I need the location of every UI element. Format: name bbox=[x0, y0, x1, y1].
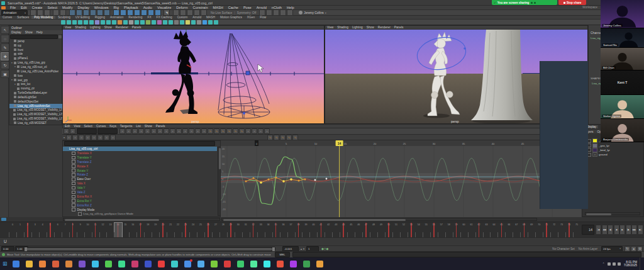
frame-all-icon[interactable]: ▫ bbox=[151, 128, 157, 134]
search-input[interactable] bbox=[10, 35, 58, 39]
key-dot[interactable] bbox=[298, 180, 300, 182]
tray-expand-icon[interactable]: ⌃ bbox=[602, 262, 604, 266]
time-ruler[interactable]: 0123456789101112131415161718192021222324… bbox=[9, 222, 580, 238]
shelf-tab-arnold[interactable]: Arnold bbox=[190, 16, 204, 19]
graph-channel-row[interactable]: Vala Y bbox=[63, 186, 217, 190]
motion-path-key[interactable] bbox=[246, 71, 250, 75]
shelf-icon-5[interactable] bbox=[84, 20, 88, 25]
shelf-tab-mash[interactable]: MASH bbox=[204, 16, 218, 19]
graph-search-input[interactable] bbox=[64, 141, 215, 146]
ipr-render-icon[interactable] bbox=[187, 9, 193, 16]
camera-icon[interactable] bbox=[534, 2, 536, 4]
render-icon[interactable] bbox=[180, 9, 186, 16]
shelf-tab-custom[interactable]: Custom bbox=[175, 16, 191, 19]
app-code[interactable] bbox=[145, 261, 152, 267]
light-editor-icon[interactable] bbox=[201, 9, 207, 16]
outliner-menu-help[interactable]: Help bbox=[35, 31, 45, 34]
lattice-deform-icon[interactable]: ▫ bbox=[66, 135, 72, 140]
retime-icon[interactable]: ▫ bbox=[79, 135, 84, 140]
app-chat[interactable] bbox=[303, 261, 310, 267]
absolute-view-icon[interactable]: ▫ bbox=[132, 128, 138, 134]
rig-control-point[interactable] bbox=[464, 47, 466, 50]
white-key-dot[interactable] bbox=[326, 178, 328, 180]
snap-curve-icon[interactable] bbox=[76, 9, 82, 16]
viewport-left[interactable]: ViewShadingLightingShowRendererPanels bbox=[62, 25, 325, 124]
plateau-tangent-icon[interactable]: ∿ bbox=[208, 128, 213, 134]
graph-list-icon[interactable]: ▫ bbox=[70, 128, 75, 134]
shelf-icon-27[interactable] bbox=[208, 20, 213, 25]
input-box-3[interactable] bbox=[127, 9, 133, 16]
app-slack[interactable] bbox=[264, 261, 270, 267]
new-scene-icon[interactable] bbox=[30, 9, 36, 16]
graph-channel-row[interactable]: Vala Z bbox=[63, 190, 217, 194]
undo-icon[interactable] bbox=[53, 9, 59, 16]
menu-pose[interactable]: Pose bbox=[241, 6, 254, 9]
vpl-menu-panels[interactable]: Panels bbox=[130, 26, 143, 29]
step-forward-frame-button[interactable]: |▶ bbox=[626, 225, 631, 235]
app-mail[interactable] bbox=[39, 261, 46, 267]
shelf-tab-poly-modeling[interactable]: Poly Modeling bbox=[31, 16, 55, 19]
channel-toggle-icon[interactable] bbox=[72, 156, 75, 160]
lock-icon[interactable]: ◥ bbox=[164, 9, 170, 16]
stepper-icons[interactable]: ▲▼ bbox=[300, 247, 305, 250]
graph-menu-curves[interactable]: Curves bbox=[94, 125, 108, 128]
shelf-icon-1[interactable] bbox=[61, 20, 65, 25]
graph-menu-keys[interactable]: Keys bbox=[108, 125, 118, 128]
channel-toggle-icon[interactable] bbox=[78, 212, 82, 216]
shelf-icon-9[interactable] bbox=[106, 20, 111, 25]
participant-tile[interactable]: Borjana Dimitrovska bbox=[601, 119, 644, 142]
shelf-tab-fx-caching[interactable]: FX Caching bbox=[154, 16, 175, 19]
current-frame-field[interactable]: 14 bbox=[582, 225, 594, 235]
rotate-tool-icon[interactable]: ↻ bbox=[1, 61, 9, 69]
shelf-icon-11[interactable] bbox=[118, 20, 122, 25]
smooth-icon[interactable]: ▫ bbox=[104, 135, 109, 140]
menu-set-selector[interactable]: Animation ▾ bbox=[1, 10, 28, 16]
shelf-icon-19[interactable] bbox=[163, 20, 167, 25]
vpl-menu-renderer[interactable]: Renderer bbox=[114, 26, 130, 29]
shelf-icon-4[interactable] bbox=[78, 20, 82, 25]
normalized-view-icon[interactable]: ▫ bbox=[145, 128, 150, 134]
graph-menu-panels[interactable]: Panels bbox=[154, 125, 167, 128]
selected-key-dot[interactable] bbox=[282, 180, 285, 183]
key-dot[interactable] bbox=[268, 179, 270, 181]
graph-channel-row[interactable]: Display Mode bbox=[63, 208, 217, 212]
graph-channel-row[interactable]: Rotate Z bbox=[63, 172, 217, 177]
filter-icon[interactable]: ▫ bbox=[126, 128, 131, 134]
outliner-item[interactable]: Lisa_rig_v05:rootAnimSet bbox=[9, 104, 63, 108]
channel-toggle-icon[interactable] bbox=[72, 191, 75, 194]
outliner-search[interactable] bbox=[10, 35, 62, 38]
wifi-icon[interactable] bbox=[608, 262, 611, 266]
shelf-icon-14[interactable] bbox=[135, 20, 139, 25]
insert-keys-icon[interactable]: ▫ bbox=[85, 135, 91, 140]
graph-channel-row[interactable]: Rotate Y bbox=[63, 169, 217, 173]
start-button[interactable]: ⊞ bbox=[3, 261, 8, 267]
linear-tangent-icon[interactable]: ▫ bbox=[189, 128, 194, 134]
shelf-icon-26[interactable] bbox=[203, 20, 207, 25]
outliner-item[interactable]: defaultObjectSet bbox=[9, 99, 63, 104]
move-tool-icon[interactable]: ✚ bbox=[1, 52, 9, 60]
clamped-tangent-icon[interactable]: ▫ bbox=[182, 128, 188, 134]
free-weight-icon[interactable]: ∿ bbox=[239, 128, 245, 134]
input-box-7[interactable] bbox=[155, 9, 161, 16]
curve-template-icon[interactable]: ∿ bbox=[292, 135, 298, 140]
graph-view-hscrollbar[interactable] bbox=[221, 218, 537, 221]
app-discord[interactable] bbox=[79, 261, 86, 267]
graph-channel-child-row[interactable]: Lisa_rig_v05:rig_geoSpace Dance Mode bbox=[63, 211, 217, 216]
app-paint[interactable] bbox=[92, 261, 99, 267]
app-firefox[interactable] bbox=[52, 261, 59, 267]
u-toggle[interactable]: U bbox=[4, 239, 7, 244]
spreadsheet-icon[interactable]: ▫ bbox=[119, 128, 125, 134]
search-icon[interactable] bbox=[58, 35, 62, 38]
step-forward-key-button[interactable]: ▶▶ bbox=[631, 225, 637, 235]
layer-row[interactable]: V✕ground bbox=[584, 152, 643, 157]
outliner-item[interactable]: persp bbox=[9, 39, 63, 43]
go-to-start-button[interactable]: |◀ bbox=[596, 225, 601, 235]
menu-mash[interactable]: MASH bbox=[211, 6, 226, 9]
participant-tile[interactable]: Bill Chan bbox=[601, 48, 644, 70]
key-tangent-icons[interactable]: ◆◇◆ bbox=[321, 247, 329, 250]
redo-icon[interactable] bbox=[60, 9, 66, 16]
outliner-item[interactable]: Lisa_rig_v05:MODSET_Visibility_LISA_mdge… bbox=[9, 112, 63, 116]
shelf-icon-20[interactable] bbox=[169, 20, 173, 25]
select-tool-icon[interactable]: ↖ bbox=[1, 26, 9, 34]
snap-projected-icon[interactable] bbox=[90, 9, 96, 16]
